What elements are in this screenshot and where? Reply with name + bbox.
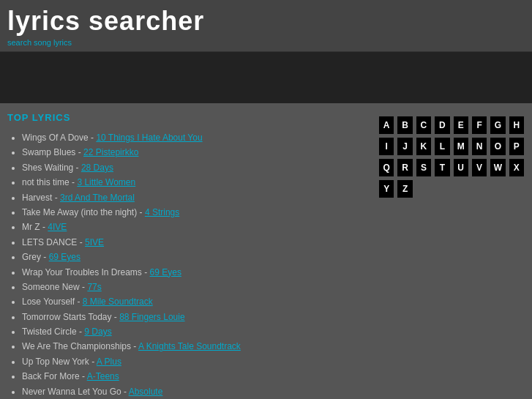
song-title[interactable]: Someone New [22,282,80,292]
artist-link[interactable]: 22 Pistepirkko [83,147,138,157]
artist-link[interactable]: 69 Eyes [49,252,80,262]
list-item: Lose Yourself - 8 Mile Soundtrack [22,294,371,309]
alpha-cell-w[interactable]: W [490,158,506,177]
alpha-cell-f[interactable]: F [471,116,487,135]
artist-link[interactable]: 4IVE [48,222,67,232]
artist-link[interactable]: 5IVE [85,237,104,247]
alpha-cell-l[interactable]: L [434,137,450,156]
list-item: Take Me Away (into the night) - 4 String… [22,205,371,220]
list-item: not this time - 3 Little Women [22,175,371,190]
list-item: Tomorrow Starts Today - 88 Fingers Louie [22,310,371,324]
main-content: TOP LYRICS Wings Of A Dove - 10 Things I… [0,103,532,399]
alpha-cell-s[interactable]: S [416,158,432,177]
alpha-cell-o[interactable]: O [490,137,506,156]
artist-link[interactable]: 69 Eyes [150,267,181,277]
artist-link[interactable]: 10 Things I Hate About You [96,133,202,143]
list-item: Swamp Blues - 22 Pistepirkko [22,145,371,160]
list-item: Twisted Circle - 9 Days [22,324,371,339]
list-item: Mr Z - 4IVE [22,220,371,234]
list-item: Shes Waiting - 28 Days [22,160,371,175]
song-title[interactable]: Shes Waiting [22,163,73,173]
alpha-cell-v[interactable]: V [471,158,487,177]
alpha-cell-j[interactable]: J [397,137,413,156]
artist-link[interactable]: 88 Fingers Louie [119,312,184,322]
separator: - [77,327,85,337]
alpha-cell-q[interactable]: Q [378,158,394,177]
artist-link[interactable]: Absolute [129,387,163,397]
separator: - [70,177,78,187]
song-title[interactable]: not this time [22,177,70,187]
separator: - [80,371,87,381]
artist-link[interactable]: A-Teens [87,371,119,381]
search-bar-area [0,52,532,103]
artist-link[interactable]: A Knights Tale Soundtrack [138,341,241,351]
list-item: Wings Of A Dove - 10 Things I Hate About… [22,130,371,145]
alpha-cell-e[interactable]: E [453,116,469,135]
separator: - [121,387,129,397]
separator: - [41,252,49,262]
alpha-cell-a[interactable]: A [378,116,394,135]
list-item: We Are The Championships - A Knights Tal… [22,339,371,354]
song-title[interactable]: We Are The Championships [22,341,131,351]
alpha-cell-b[interactable]: B [397,116,413,135]
song-title[interactable]: LETS DANCE [22,237,77,247]
alpha-cell-y[interactable]: Y [378,179,394,198]
alpha-cell-m[interactable]: M [453,137,469,156]
alpha-cell-i[interactable]: I [378,137,394,156]
song-title[interactable]: Lose Yourself [22,297,75,307]
artist-link[interactable]: 8 Mile Soundtrack [83,297,153,307]
alpha-cell-n[interactable]: N [471,137,487,156]
list-item: Wrap Your Troubles In Dreams - 69 Eyes [22,265,371,280]
alpha-cell-u[interactable]: U [453,158,469,177]
page-header: lyrics searcher search song lyrics [0,0,532,52]
right-column: ABCDEFGHIJKLMNOPQRSTUVWXYZ [378,112,525,399]
separator: - [80,282,88,292]
alpha-cell-g[interactable]: G [490,116,506,135]
song-title[interactable]: Grey [22,252,41,262]
separator: - [89,133,97,143]
artist-link[interactable]: 9 Days [84,327,111,337]
separator: - [137,207,145,217]
separator: - [75,147,83,157]
list-item: Harvest - 3rd And The Mortal [22,190,371,205]
alpha-cell-z[interactable]: Z [397,179,413,198]
list-item: LETS DANCE - 5IVE [22,235,371,250]
list-item: Grey - 69 Eyes [22,250,371,264]
song-title[interactable]: Take Me Away (into the night) [22,207,137,217]
separator: - [131,341,138,351]
alpha-cell-c[interactable]: C [416,116,432,135]
song-title[interactable]: Up Top New York [22,357,89,367]
separator: - [112,312,120,322]
song-title[interactable]: Harvest [22,193,52,203]
list-item: Up Top New York - A Plus [22,354,371,369]
song-title[interactable]: Wings Of A Dove [22,133,89,143]
list-item: Never Wanna Let You Go - Absolute [22,384,371,399]
separator: - [142,267,150,277]
song-title[interactable]: Back For More [22,371,80,381]
separator: - [77,237,85,247]
alphabet-grid: ABCDEFGHIJKLMNOPQRSTUVWXYZ [378,116,525,198]
alpha-cell-x[interactable]: X [509,158,525,177]
alpha-cell-r[interactable]: R [397,158,413,177]
alpha-cell-t[interactable]: T [434,158,450,177]
alpha-cell-p[interactable]: P [509,137,525,156]
site-subtitle: search song lyrics [7,38,525,47]
alpha-cell-h[interactable]: H [509,116,525,135]
song-title[interactable]: Wrap Your Troubles In Dreams [22,267,142,277]
song-title[interactable]: Never Wanna Let You Go [22,387,121,397]
list-item: Back For More - A-Teens [22,369,371,384]
artist-link[interactable]: 3 Little Women [77,177,135,187]
song-title[interactable]: Mr Z [22,222,40,232]
artist-link[interactable]: 77s [87,282,101,292]
song-title[interactable]: Tomorrow Starts Today [22,312,112,322]
separator: - [73,163,81,173]
song-title[interactable]: Twisted Circle [22,327,77,337]
artist-link[interactable]: 4 Strings [145,207,179,217]
song-title[interactable]: Swamp Blues [22,147,75,157]
alpha-cell-k[interactable]: K [416,137,432,156]
left-column: TOP LYRICS Wings Of A Dove - 10 Things I… [7,112,371,399]
artist-link[interactable]: A Plus [97,357,121,367]
artist-link[interactable]: 3rd And The Mortal [60,193,135,203]
alpha-cell-d[interactable]: D [434,116,450,135]
artist-link[interactable]: 28 Days [81,163,113,173]
